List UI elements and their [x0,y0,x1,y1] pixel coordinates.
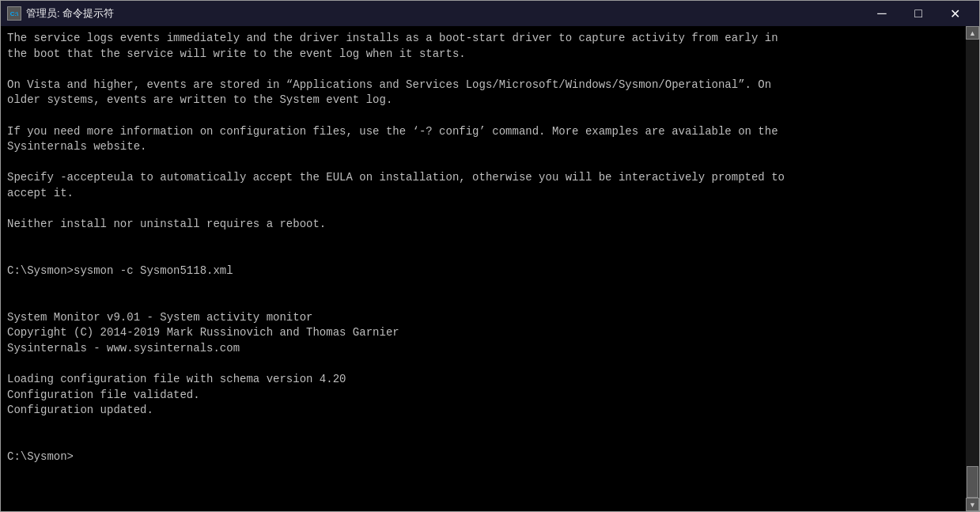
scroll-down-arrow[interactable]: ▼ [966,498,979,511]
terminal-area: The service logs events immediately and … [1,26,979,511]
scroll-track [966,40,979,498]
title-bar: C:\ 管理员: 命令提示符 ─ □ ✕ [1,1,979,26]
scrollbar: ▲ ▼ [966,26,979,511]
window-controls: ─ □ ✕ [864,1,973,26]
window-icon: C:\ [7,6,21,21]
icon-text: C:\ [10,10,19,17]
maximize-button[interactable]: □ [900,1,936,26]
window-title: 管理员: 命令提示符 [26,6,864,21]
close-button[interactable]: ✕ [936,1,973,26]
terminal-content[interactable]: The service logs events immediately and … [1,26,966,511]
window: C:\ 管理员: 命令提示符 ─ □ ✕ The service logs ev… [0,0,980,512]
minimize-button[interactable]: ─ [864,1,900,26]
scroll-up-arrow[interactable]: ▲ [966,26,979,40]
scroll-thumb[interactable] [967,466,978,498]
